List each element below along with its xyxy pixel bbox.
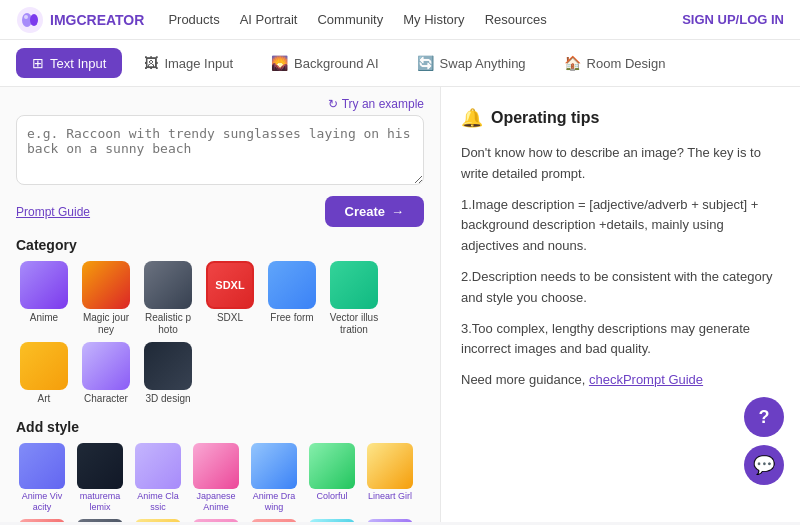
category-img-sdxl: SDXL (206, 261, 254, 309)
prompt-guide-link[interactable]: Prompt Guide (16, 205, 90, 219)
category-item-art[interactable]: Art (16, 342, 72, 405)
style-item-chi[interactable]: Chibi Girl (248, 519, 300, 522)
category-grid: Anime Magic jour ney Realistic p hoto SD… (16, 261, 424, 405)
category-item-3d[interactable]: 3D design (140, 342, 196, 405)
tips-title: Operating tips (491, 109, 599, 127)
category-img-art (20, 342, 68, 390)
category-img-magic (82, 261, 130, 309)
style-img-lin (367, 443, 413, 489)
style-img-dra (251, 443, 297, 489)
style-img-fai (135, 519, 181, 522)
style-img-uki (309, 519, 355, 522)
style-img-viv (19, 443, 65, 489)
swap-anything-icon: 🔄 (417, 55, 434, 71)
category-item-sdxl[interactable]: SDXL SDXL (202, 261, 258, 336)
styles-title: Add style (16, 419, 424, 435)
nav-resources[interactable]: Resources (485, 12, 547, 27)
style-item-col[interactable]: Colorful (306, 443, 358, 513)
logo: IMGCREATOR (16, 6, 144, 34)
text-input-icon: ⊞ (32, 55, 44, 71)
arrow-icon: → (391, 204, 404, 219)
logo-icon (16, 6, 44, 34)
nav-ai-portrait[interactable]: AI Portrait (240, 12, 298, 27)
style-item-cla[interactable]: Anime Cla ssic (132, 443, 184, 513)
style-img-jap (193, 443, 239, 489)
style-img-mat (77, 443, 123, 489)
category-img-anime (20, 261, 68, 309)
chat-icon: 💬 (753, 454, 775, 476)
sign-up-button[interactable]: SIGN UP/LOG IN (682, 12, 784, 27)
style-img-art2 (77, 519, 123, 522)
style-item-mat[interactable]: maturema lemix (74, 443, 126, 513)
style-item-dra[interactable]: Anime Dra wing (248, 443, 300, 513)
tab-room-design[interactable]: 🏠 Room Design (548, 48, 682, 78)
tab-text-input[interactable]: ⊞ Text Input (16, 48, 122, 78)
prompt-textarea[interactable] (16, 115, 424, 185)
style-img-chi (251, 519, 297, 522)
category-item-realistic[interactable]: Realistic p hoto (140, 261, 196, 336)
chat-float-button[interactable]: 💬 (744, 445, 784, 485)
room-design-icon: 🏠 (564, 55, 581, 71)
nav-my-history[interactable]: My History (403, 12, 464, 27)
tips-p3: 2.Description needs to be consistent wit… (461, 267, 780, 309)
create-button[interactable]: Create → (325, 196, 424, 227)
try-example-link[interactable]: ↻ Try an example (16, 97, 424, 111)
style-grid: Anime Viv acity maturema lemix Anime Cla… (16, 443, 424, 522)
style-item-lin[interactable]: Lineart Girl (364, 443, 416, 513)
main-nav: Products AI Portrait Community My Histor… (168, 12, 682, 27)
tips-header: 🔔 Operating tips (461, 107, 780, 129)
style-item-viv[interactable]: Anime Viv acity (16, 443, 68, 513)
bell-icon: 🔔 (461, 107, 483, 129)
category-img-character (82, 342, 130, 390)
tips-p2: 1.Image description = [adjective/adverb … (461, 195, 780, 257)
left-panel: ↻ Try an example Prompt Guide Create → C… (0, 87, 440, 522)
background-ai-icon: 🌄 (271, 55, 288, 71)
style-item-fai[interactable]: Fairy Girl (132, 519, 184, 522)
prompt-actions: Prompt Guide Create → (16, 196, 424, 227)
category-item-anime[interactable]: Anime (16, 261, 72, 336)
tab-background-ai[interactable]: 🌄 Background AI (255, 48, 395, 78)
category-item-vector[interactable]: Vector illus tration (326, 261, 382, 336)
tips-p5: Need more guidance, checkPrompt Guide (461, 370, 780, 391)
style-img-col (309, 443, 355, 489)
tab-bar: ⊞ Text Input 🖼 Image Input 🌄 Background … (0, 40, 800, 87)
svg-point-3 (24, 15, 28, 19)
tab-swap-anything[interactable]: 🔄 Swap Anything (401, 48, 542, 78)
refresh-icon: ↻ (328, 97, 338, 111)
category-img-realistic (144, 261, 192, 309)
category-img-freeform (268, 261, 316, 309)
nav-community[interactable]: Community (317, 12, 383, 27)
style-item-moo[interactable]: Mooncute Girl (190, 519, 242, 522)
style-img-cla (135, 443, 181, 489)
style-item-jap[interactable]: Japanese Anime (190, 443, 242, 513)
help-float-button[interactable]: ? (744, 397, 784, 437)
category-item-character[interactable]: Character (78, 342, 134, 405)
style-item-car[interactable]: Cardiology (364, 519, 416, 522)
svg-point-2 (30, 14, 38, 26)
style-item-uki[interactable]: Ukiyo-e (306, 519, 358, 522)
category-img-3d (144, 342, 192, 390)
category-item-magic[interactable]: Magic jour ney (78, 261, 134, 336)
tips-p1: Don't know how to describe an image? The… (461, 143, 780, 185)
style-img-moo (193, 519, 239, 522)
tips-p4: 3.Too complex, lengthy descriptions may … (461, 319, 780, 361)
help-icon: ? (759, 407, 770, 428)
category-item-freeform[interactable]: Free form (264, 261, 320, 336)
tab-image-input[interactable]: 🖼 Image Input (128, 48, 249, 78)
float-buttons: ? 💬 (744, 397, 784, 485)
category-img-vector (330, 261, 378, 309)
prompt-guide-tips-link[interactable]: checkPrompt Guide (589, 372, 703, 387)
category-title: Category (16, 237, 424, 253)
main-content: ↻ Try an example Prompt Guide Create → C… (0, 87, 800, 522)
logo-text: IMGCREATOR (50, 12, 144, 28)
style-img-car (367, 519, 413, 522)
style-item-art[interactable]: Anime Art (74, 519, 126, 522)
nav-products[interactable]: Products (168, 12, 219, 27)
image-input-icon: 🖼 (144, 55, 158, 71)
style-item-kaw[interactable]: Kawailmix Girl (16, 519, 68, 522)
style-img-kaw (19, 519, 65, 522)
header: IMGCREATOR Products AI Portrait Communit… (0, 0, 800, 40)
